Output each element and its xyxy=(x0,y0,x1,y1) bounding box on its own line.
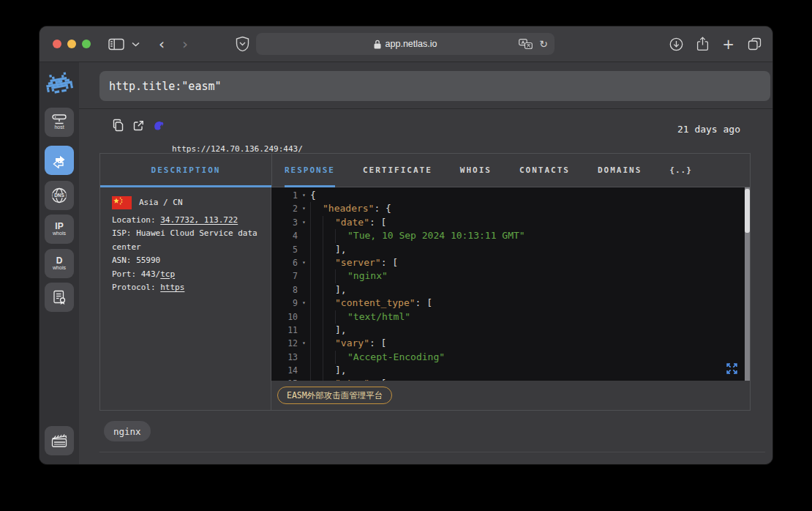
content-area: http.title:"easm" xyxy=(79,62,772,464)
port-value: 443/ xyxy=(141,269,161,279)
tab-description[interactable]: DESCRIPTION xyxy=(100,154,272,187)
response-panel: 1▾{2▾"headers": {3▾"date": [4"Tue, 10 Se… xyxy=(271,187,750,410)
search-input[interactable]: http.title:"easm" xyxy=(99,71,770,101)
sidebar-item-host[interactable]: host xyxy=(45,108,74,137)
protocol-line: Protocol: https xyxy=(112,281,262,295)
location-link[interactable]: 34.7732, 113.722 xyxy=(160,215,238,225)
fold-toggle-icon[interactable]: ▾ xyxy=(298,337,310,350)
line-number: 5 xyxy=(271,243,298,256)
code-line-content: ], xyxy=(310,324,750,337)
code-line-content: "Tue, 10 Sep 2024 10:13:11 GMT" xyxy=(310,229,750,242)
fold-spacer xyxy=(298,324,310,337)
line-number: 12 xyxy=(271,337,298,350)
expand-icon[interactable] xyxy=(726,362,738,375)
code-scrollbar-thumb[interactable] xyxy=(745,189,750,233)
line-number: 10 xyxy=(271,310,298,324)
fold-toggle-icon[interactable]: ▾ xyxy=(298,216,310,229)
downloads-icon[interactable] xyxy=(669,37,683,51)
tab-raw-json[interactable]: {..} xyxy=(669,154,692,187)
translate-icon[interactable] xyxy=(519,39,533,50)
sidebar-item-ip-whois[interactable]: IP whois xyxy=(45,215,74,244)
fold-spacer xyxy=(298,269,310,283)
forward-button[interactable]: › xyxy=(182,37,188,51)
protocol-link[interactable]: https xyxy=(160,283,184,292)
tag-row: nginx xyxy=(104,421,151,441)
sidebar-item-domain-whois[interactable]: D whois xyxy=(45,249,74,278)
code-line-content: ], xyxy=(310,364,750,377)
fold-spacer xyxy=(298,310,310,324)
address-bar[interactable]: app.netlas.io ↻ xyxy=(256,33,555,55)
code-line-content: "etag": [ xyxy=(310,377,750,381)
fold-toggle-icon[interactable]: ▾ xyxy=(298,377,310,381)
tab-contacts[interactable]: CONTACTS xyxy=(519,154,570,187)
fold-spacer xyxy=(298,364,310,377)
share-icon[interactable] xyxy=(696,37,709,51)
tab-domains[interactable]: DOMAINS xyxy=(598,154,642,187)
sidebar-item-dns[interactable]: DNS xyxy=(45,181,74,210)
zoom-window-button[interactable] xyxy=(82,40,91,48)
port-label: Port: xyxy=(112,269,141,279)
asn-label: ASN: xyxy=(112,256,136,265)
fold-toggle-icon[interactable]: ▾ xyxy=(298,189,310,202)
sidebar-item-certificates[interactable] xyxy=(45,283,74,312)
line-number: 15 xyxy=(271,377,298,381)
code-line: 3▾"date": [ xyxy=(271,216,750,229)
code-editor: 1▾{2▾"headers": {3▾"date": [4"Tue, 10 Se… xyxy=(271,187,750,381)
copy-icon[interactable] xyxy=(112,119,124,132)
http-title-badge[interactable]: EASM外部攻击面管理平台 xyxy=(277,387,392,404)
tab-whois[interactable]: WHOIS xyxy=(460,154,492,187)
close-window-button[interactable] xyxy=(53,40,61,48)
tcp-link[interactable]: tcp xyxy=(160,269,175,279)
fold-toggle-icon[interactable]: ▾ xyxy=(298,202,310,215)
location-line: Location: 34.7732, 113.722 xyxy=(112,214,262,228)
netlas-logo-icon[interactable] xyxy=(45,70,74,99)
new-tab-icon[interactable]: + xyxy=(722,37,734,51)
minimize-window-button[interactable] xyxy=(67,40,76,48)
code-line: 8], xyxy=(271,283,750,296)
code-line-content: "text/html" xyxy=(310,310,750,324)
fold-spacer xyxy=(298,243,310,256)
tab-group: RESPONSE CERTIFICATE WHOIS CONTACTS DOMA… xyxy=(272,154,692,187)
code-line-content: ], xyxy=(310,283,750,296)
code-lines: 1▾{2▾"headers": {3▾"date": [4"Tue, 10 Se… xyxy=(271,189,750,381)
result-card: DESCRIPTION RESPONSE CERTIFICATE WHOIS C… xyxy=(99,153,751,411)
tag-nginx[interactable]: nginx xyxy=(104,421,151,441)
tab-certificate[interactable]: CERTIFICATE xyxy=(363,154,432,187)
sidebar-item-dns-label: DNS xyxy=(54,193,64,198)
sidebar-toggle-icon[interactable] xyxy=(108,38,124,51)
d-whois-sublabel: whois xyxy=(53,265,66,271)
code-line: 5], xyxy=(271,243,750,256)
tab-bar: DESCRIPTION RESPONSE CERTIFICATE WHOIS C… xyxy=(100,154,750,187)
desktop-background: ‹ › app.netlas.io xyxy=(0,0,812,511)
toolbar-actions: + xyxy=(669,37,762,51)
isp-label: ISP: xyxy=(112,228,136,238)
location-label: Location: xyxy=(112,215,160,225)
code-line-content: "Accept-Encoding" xyxy=(310,351,750,364)
ip-whois-label: IP xyxy=(55,222,63,231)
privacy-shield-icon[interactable] xyxy=(236,37,249,52)
tab-response[interactable]: RESPONSE xyxy=(285,154,335,187)
chevron-down-icon[interactable] xyxy=(132,42,140,47)
sidebar-item-datasets[interactable] xyxy=(45,426,74,455)
code-line-content: "date": [ xyxy=(310,216,750,229)
code-line: 2▾"headers": { xyxy=(271,202,750,215)
line-number: 7 xyxy=(271,269,298,283)
nav-controls: ‹ › xyxy=(108,37,188,51)
open-external-icon[interactable] xyxy=(132,119,145,132)
tab-overview-icon[interactable] xyxy=(748,37,762,51)
fold-spacer xyxy=(298,229,310,242)
description-panel: Asia / CN Location: 34.7732, 113.722 ISP… xyxy=(100,187,271,410)
code-line-content: ], xyxy=(310,243,750,256)
fold-spacer xyxy=(298,351,310,364)
sidebar-item-responses-active[interactable] xyxy=(45,146,74,175)
region-text: Asia / CN xyxy=(139,196,183,210)
back-button[interactable]: ‹ xyxy=(159,37,165,51)
browser-window: ‹ › app.netlas.io xyxy=(40,26,772,464)
line-number: 4 xyxy=(271,229,298,242)
code-scrollbar[interactable] xyxy=(745,187,750,381)
code-line: 4"Tue, 10 Sep 2024 10:13:11 GMT" xyxy=(271,229,750,242)
reload-icon[interactable]: ↻ xyxy=(539,39,548,49)
fold-toggle-icon[interactable]: ▾ xyxy=(298,296,310,310)
fold-toggle-icon[interactable]: ▾ xyxy=(298,256,310,269)
line-number: 3 xyxy=(271,216,298,229)
